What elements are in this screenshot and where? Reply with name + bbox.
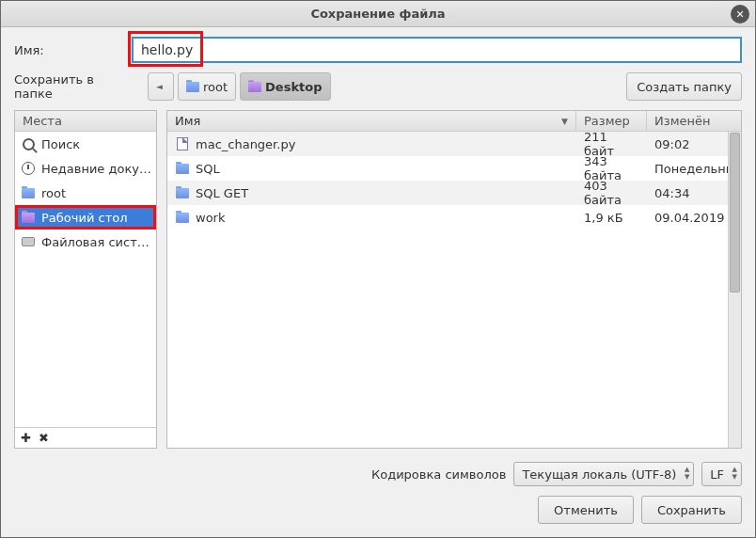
cancel-button[interactable]: Отменить xyxy=(538,496,634,524)
titlebar: Сохранение файла ✕ xyxy=(1,1,755,27)
folder-icon xyxy=(186,82,199,92)
scrollbar-thumb[interactable] xyxy=(730,133,740,293)
updown-icon: ▲▼ xyxy=(732,466,737,481)
file-modified-cell: Понедельник xyxy=(647,162,741,176)
path-segment-root[interactable]: root xyxy=(178,72,236,101)
file-name-cell: SQL GET xyxy=(167,186,576,200)
folder-label: Сохранить в папке xyxy=(14,72,134,101)
encoding-select[interactable]: Текущая локаль (UTF-8)▲▼ xyxy=(513,462,694,486)
disk-icon xyxy=(21,237,36,246)
file-name-cell: mac_changer.py xyxy=(167,137,576,151)
file-row[interactable]: work1,9 кБ09.04.2019 xyxy=(167,205,741,229)
file-modified-cell: 09:02 xyxy=(647,137,741,151)
search-icon xyxy=(21,138,36,150)
file-row[interactable]: SQL343 байтаПонедельник xyxy=(167,156,741,181)
triangle-left-icon: ◄ xyxy=(156,82,163,91)
places-footer: ✚ ✖ xyxy=(15,427,156,448)
files-list: mac_changer.py211 байт09:02SQL343 байтаП… xyxy=(167,132,741,448)
files-header: Имя▼ Размер Изменён xyxy=(167,111,741,132)
filename-label: Имя: xyxy=(14,43,122,57)
filename-input[interactable] xyxy=(132,37,742,63)
add-bookmark-icon[interactable]: ✚ xyxy=(21,431,31,445)
dialog-buttons: Отменить Сохранить xyxy=(14,496,742,524)
remove-bookmark-icon[interactable]: ✖ xyxy=(39,431,49,445)
encoding-row: Кодировка символов Текущая локаль (UTF-8… xyxy=(14,458,742,486)
folder-row: Сохранить в папке ◄ root Desktop Создать… xyxy=(14,72,742,101)
place-label: Рабочий стол xyxy=(41,211,127,225)
file-size-cell: 1,9 кБ xyxy=(576,211,647,225)
place-item[interactable]: Недавние доку… xyxy=(15,156,156,181)
folder-icon xyxy=(175,164,190,174)
file-modified-cell: 09.04.2019 xyxy=(647,211,741,225)
place-item[interactable]: Рабочий стол xyxy=(15,205,156,229)
save-dialog: Сохранение файла ✕ Имя: Сохранить в папк… xyxy=(0,0,756,538)
file-row[interactable]: mac_changer.py211 байт09:02 xyxy=(167,132,741,156)
path-bar: ◄ root Desktop xyxy=(144,72,331,101)
file-icon xyxy=(175,137,190,150)
folder-icon xyxy=(175,188,190,198)
create-folder-button[interactable]: Создать папку xyxy=(626,72,742,101)
folder-icon xyxy=(21,213,36,223)
dialog-content: Имя: Сохранить в папке ◄ root Desktop Со… xyxy=(1,27,755,537)
updown-icon: ▲▼ xyxy=(685,466,689,481)
close-button[interactable]: ✕ xyxy=(731,5,749,24)
folder-icon xyxy=(248,82,261,92)
files-panel: Имя▼ Размер Изменён mac_changer.py211 ба… xyxy=(166,110,742,449)
encoding-label: Кодировка символов xyxy=(371,467,506,482)
path-segment-desktop[interactable]: Desktop xyxy=(240,72,330,101)
save-button[interactable]: Сохранить xyxy=(641,496,742,524)
place-label: Недавние доку… xyxy=(41,162,151,176)
lineending-select[interactable]: LF▲▼ xyxy=(701,462,742,486)
scrollbar[interactable] xyxy=(728,132,741,448)
place-label: root xyxy=(41,186,66,200)
sort-indicator-icon: ▼ xyxy=(561,117,568,126)
column-header-name[interactable]: Имя▼ xyxy=(167,111,576,131)
place-item[interactable]: root xyxy=(15,181,156,205)
place-item[interactable]: Поиск xyxy=(15,132,156,156)
path-desktop-label: Desktop xyxy=(265,80,322,94)
place-label: Поиск xyxy=(41,137,80,151)
places-panel: Места ПоискНедавние доку…rootРабочий сто… xyxy=(14,110,157,449)
places-list: ПоискНедавние доку…rootРабочий столФайло… xyxy=(15,132,156,427)
path-back-button[interactable]: ◄ xyxy=(148,72,174,101)
file-row[interactable]: SQL GET403 байта04:34 xyxy=(167,181,741,205)
folder-icon xyxy=(21,188,36,198)
folder-icon xyxy=(175,213,190,223)
filename-input-wrap xyxy=(132,37,742,63)
path-root-label: root xyxy=(203,80,228,94)
file-modified-cell: 04:34 xyxy=(647,186,741,200)
window-title: Сохранение файла xyxy=(310,7,445,21)
file-name-cell: SQL xyxy=(167,162,576,176)
place-label: Файловая сист… xyxy=(41,235,150,249)
column-header-modified[interactable]: Изменён xyxy=(647,111,741,131)
column-header-size[interactable]: Размер xyxy=(576,111,647,131)
place-item[interactable]: Файловая сист… xyxy=(15,229,156,254)
clock-icon xyxy=(21,162,36,175)
places-header: Места xyxy=(15,111,156,132)
file-name-cell: work xyxy=(167,211,576,225)
file-size-cell: 403 байта xyxy=(576,179,647,207)
file-browser: Места ПоискНедавние доку…rootРабочий сто… xyxy=(14,110,742,449)
filename-row: Имя: xyxy=(14,37,742,63)
